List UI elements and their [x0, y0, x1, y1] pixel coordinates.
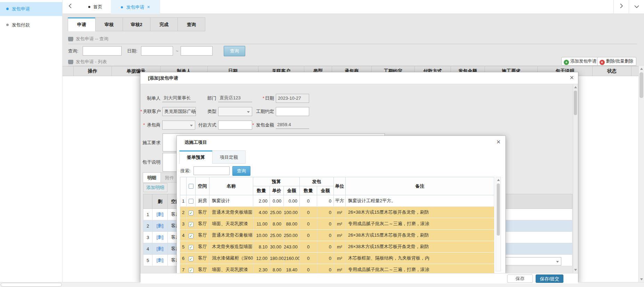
tab-xiangmu-dinge[interactable]: 项目定额 — [212, 150, 246, 164]
picker-space-cell: 客厅 — [196, 207, 209, 218]
row-checkbox[interactable] — [189, 199, 193, 204]
subtab-审核2[interactable]: 审核2 — [123, 17, 150, 31]
sidebar-item-fabao-fukuan[interactable]: 发包付款 — [0, 18, 62, 32]
close-icon[interactable]: × — [496, 138, 501, 146]
delete-row-link[interactable]: [删] — [156, 246, 163, 251]
picker-amount-cell: 18.40 — [284, 264, 300, 274]
delete-row-link[interactable]: [删] — [156, 212, 163, 217]
subtab-审核[interactable]: 审核 — [95, 17, 123, 31]
picker-row-no: 6 — [180, 253, 187, 264]
detail-inline-select[interactable] — [501, 257, 561, 265]
list-column-1[interactable]: 操作 — [74, 66, 112, 76]
row-checkbox[interactable]: ✓ — [189, 268, 193, 273]
tabs-more-button[interactable] — [629, 0, 644, 14]
scroll-down-arrow[interactable] — [639, 277, 644, 282]
triangle-up-icon — [640, 68, 643, 70]
picker-unit-cell: m² — [334, 241, 346, 253]
type-label: 类型 — [182, 107, 216, 116]
picker-space-cell: 客厅 — [196, 230, 209, 241]
scrollbar-thumb[interactable] — [497, 183, 500, 236]
picker-unit-cell: m² — [334, 264, 346, 274]
content-vertical-scrollbar[interactable] — [638, 66, 644, 282]
tab-close-icon[interactable]: × — [147, 4, 150, 10]
picker-amount-cell: 100.00 — [284, 207, 300, 218]
save-button[interactable]: 保存 — [507, 274, 533, 283]
picker-tabs: 签单预算 项目定额 — [180, 150, 246, 164]
tab-fabao-shenqing[interactable]: 发包申请× — [111, 0, 160, 14]
picker-price-cell: 0.00 — [270, 195, 284, 207]
scrollbar-thumb[interactable] — [1, 283, 62, 287]
scroll-down-arrow[interactable] — [573, 267, 578, 273]
picker-header-checkbox[interactable] — [187, 177, 196, 195]
picker-header-blank — [180, 177, 187, 195]
picker-title: 选施工项目 — [184, 136, 207, 149]
amount-value: 2859.4 — [276, 121, 309, 129]
query-section-title: 发包申请 -- 查询 — [68, 35, 108, 43]
delete-row-link[interactable]: [删] — [156, 257, 163, 263]
date-to-input[interactable] — [181, 46, 213, 56]
tab-qiandan-yusuan[interactable]: 签单预算 — [179, 150, 213, 164]
delete-row-link[interactable]: [删] — [156, 235, 163, 240]
tabs-scroll-left-button[interactable] — [63, 0, 78, 14]
subtab-申请[interactable]: 申请 — [68, 17, 96, 31]
picker-header-budget-group: 预算 — [253, 177, 300, 186]
list-column-13[interactable]: 状态 — [593, 66, 631, 76]
picker-space-cell: 客厅 — [196, 241, 209, 253]
subtab-完成[interactable]: 完成 — [150, 17, 178, 31]
delete-row-link[interactable]: [删] — [156, 223, 163, 228]
subtab-查询[interactable]: 查询 — [177, 17, 205, 31]
picker-out-amount-cell: 0 — [317, 241, 334, 253]
bullet-icon — [6, 24, 9, 26]
tab-mingxi[interactable]: 明细 — [143, 172, 161, 183]
picker-out-qty-cell: 0 — [300, 207, 317, 218]
detail-row-no: 3 — [143, 232, 152, 243]
list-column-select — [63, 66, 74, 76]
picker-row-no: 5 — [180, 241, 187, 253]
picker-remark-cell: 26×38木方或15厘木芯板开条龙骨，刷防 — [346, 230, 494, 241]
select-all-checkbox[interactable] — [189, 184, 193, 189]
picker-remark-cell: 专用成品腻子批灰二～三遍，打磨，滚涂 — [346, 218, 494, 230]
picker-price-cell: 30.00 — [270, 241, 284, 253]
picker-row: 5✓客厅木龙骨夹板造型墙面8.1030.00243.0000m²26×38木方或… — [180, 241, 494, 253]
picker-search-button[interactable]: 查询 — [232, 166, 250, 176]
search-button[interactable]: 查询 — [224, 46, 245, 56]
picker-qty-cell: 4.00 — [253, 207, 270, 218]
delete-batch-button[interactable]: ×删除/批量删除 — [597, 57, 636, 66]
duration-input[interactable] — [276, 107, 309, 116]
tabs-scroll-right-button[interactable] — [613, 0, 629, 14]
modal-vertical-scrollbar[interactable] — [573, 84, 578, 273]
sidebar-item-label: 发包申请 — [12, 6, 30, 11]
detail-header-blank — [143, 194, 152, 209]
tab-fujian[interactable]: 附件 — [160, 172, 179, 183]
close-icon[interactable]: × — [570, 74, 574, 82]
add-request-button[interactable]: +添加发包申请 — [561, 57, 600, 66]
scrollbar-thumb[interactable] — [639, 72, 643, 98]
picker-remark-cell: 木芯板框架、隔板结构，九夹板背板，内 — [346, 253, 494, 264]
row-checkbox[interactable]: ✓ — [189, 222, 193, 227]
bullet-icon — [121, 6, 123, 8]
row-checkbox[interactable]: ✓ — [189, 245, 193, 250]
picker-name-cell: 混水漆储藏柜（深600mm — [209, 253, 253, 264]
keyword-input[interactable] — [83, 46, 122, 56]
top-tabbar: 首页 发包申请× — [63, 0, 644, 14]
picker-header-amount: 金额 — [284, 186, 300, 195]
picker-row: 1厨房飘窗设计2.000.000.0000平方飘窗设计工程量2平方。 — [180, 195, 494, 207]
row-checkbox[interactable]: ✓ — [189, 233, 193, 238]
date-input[interactable]: 2023-10-27 — [276, 94, 309, 103]
scroll-up-arrow[interactable] — [496, 177, 501, 183]
date-from-input[interactable] — [141, 46, 173, 56]
add-detail-link[interactable]: 添加明细 — [143, 183, 167, 192]
row-checkbox[interactable]: ✓ — [189, 256, 193, 261]
picker-row: 3✓客厅墙面、天花乳胶漆11.008.0088.0000m²专用成品腻子批灰二～… — [180, 218, 494, 230]
tab-home[interactable]: 首页 — [80, 0, 110, 14]
picker-search-input[interactable] — [193, 166, 230, 175]
sidebar-item-label: 发包付款 — [12, 22, 30, 27]
row-checkbox[interactable]: ✓ — [189, 211, 193, 215]
scroll-up-arrow[interactable] — [573, 84, 578, 90]
sidebar-item-fabao-shenqing[interactable]: 发包申请 — [0, 2, 62, 16]
scrollbar-thumb[interactable] — [574, 91, 577, 115]
scroll-up-arrow[interactable] — [639, 66, 644, 72]
contractor-label: * 承包商 — [140, 121, 160, 130]
picker-vertical-scrollbar[interactable] — [496, 177, 501, 271]
save-submit-button[interactable]: 保存/提交 — [536, 274, 563, 283]
